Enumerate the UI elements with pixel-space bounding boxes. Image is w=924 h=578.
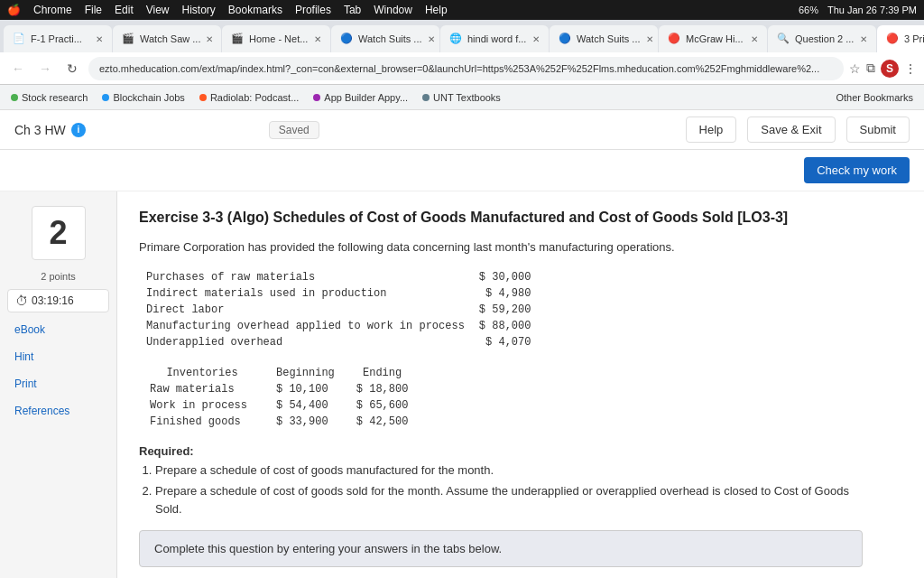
question-number: 2 (32, 206, 86, 260)
tab-mcgraw[interactable]: 🔴 McGraw Hi... ✕ (659, 25, 767, 52)
help-button[interactable]: Help (686, 117, 737, 143)
forward-button[interactable]: → (34, 58, 56, 79)
bookmark-radiolab[interactable]: Radiolab: Podcast... (196, 90, 302, 105)
inventory-section: Inventories Beginning Ending Raw materia… (139, 365, 863, 430)
inv-beginning-0: $ 10,100 (265, 381, 346, 397)
data-row-value-2: $ 59,200 (472, 302, 539, 318)
profile-icon[interactable]: S (881, 60, 899, 78)
data-row-0: Purchases of raw materials$ 30,000 (139, 269, 538, 285)
bookmark-dot-blockchain (102, 94, 109, 101)
tab-close-watchsaw[interactable]: ✕ (206, 34, 213, 44)
save-exit-button[interactable]: Save & Exit (747, 117, 835, 143)
timer-icon: ⏱ (15, 294, 28, 308)
url-bar[interactable]: ezto.mheducation.com/ext/map/index.html?… (88, 57, 844, 80)
chrome-window: 📄 F-1 Practi... ✕ 🎬 Watch Saw ... ✕ 🎬 Ho… (0, 20, 924, 578)
bookmark-dot-appbuilder (313, 94, 320, 101)
sidebar-ebook[interactable]: eBook (7, 320, 109, 340)
tab-question2[interactable]: 🔍 Question 2 ... ✕ (768, 25, 876, 52)
menu-bar: 🍎 Chrome File Edit View History Bookmark… (0, 0, 924, 20)
bookmark-stock[interactable]: Stock research (7, 90, 91, 105)
menu-window[interactable]: Window (374, 4, 412, 16)
tab-home[interactable]: 🎬 Home - Net... ✕ (222, 25, 330, 52)
tab-favicon-watchsuits2: 🔵 (559, 33, 571, 45)
data-row-label-4: Underapplied overhead (139, 334, 472, 350)
inventory-row-2: Finished goods$ 33,900$ 42,500 (139, 414, 419, 430)
menu-help[interactable]: Help (425, 4, 448, 16)
app-title-text: Ch 3 HW (14, 123, 66, 137)
extension-icon[interactable]: ⧉ (866, 61, 875, 76)
data-row-4: Underapplied overhead$ 4,070 (139, 334, 538, 350)
bookmark-unt[interactable]: UNT Textbooks (419, 90, 504, 105)
inventory-row-1: Work in process$ 54,400$ 65,600 (139, 397, 419, 414)
tab-f1[interactable]: 📄 F-1 Practi... ✕ (4, 25, 112, 52)
inv-header-beginning: Beginning (265, 365, 346, 381)
content-inner: Exercise 3-3 (Algo) Schedules of Cost of… (117, 191, 884, 578)
inventory-row-0: Raw materials$ 10,100$ 18,800 (139, 381, 419, 397)
data-row-label-0: Purchases of raw materials (139, 269, 472, 285)
data-row-3: Manufacturing overhead applied to work i… (139, 318, 538, 334)
tab-favicon-mcgraw: 🔴 (668, 33, 680, 45)
sidebar-print[interactable]: Print (7, 374, 109, 394)
menu-edit[interactable]: Edit (115, 4, 134, 16)
bookmark-icon[interactable]: ☆ (849, 61, 861, 76)
required-list: Prepare a schedule of cost of goods manu… (139, 461, 863, 518)
tab-bar: 📄 F-1 Practi... ✕ 🎬 Watch Saw ... ✕ 🎬 Ho… (0, 20, 924, 52)
menu-tab[interactable]: Tab (344, 4, 361, 16)
required-label: Required: (139, 444, 194, 458)
sidebar-references[interactable]: References (7, 401, 109, 421)
inv-label-1: Work in process (139, 397, 265, 414)
tab-close-f1[interactable]: ✕ (96, 34, 103, 44)
bookmark-blockchain[interactable]: Blockchain Jobs (98, 90, 189, 105)
tab-close-mcgraw[interactable]: ✕ (751, 34, 758, 44)
data-row-value-4: $ 4,070 (472, 334, 539, 350)
bookmark-dot-radiolab (199, 94, 207, 101)
menu-bookmarks[interactable]: Bookmarks (228, 4, 282, 16)
inv-beginning-2: $ 33,900 (265, 414, 346, 430)
inv-header-ending: Ending (346, 365, 420, 381)
timer-value: 03:19:16 (32, 294, 74, 307)
exercise-description: Primare Corporation has provided the fol… (139, 238, 863, 256)
tab-hindi[interactable]: 🌐 hindi word f... ✕ (440, 25, 549, 52)
menu-chrome[interactable]: Chrome (33, 4, 72, 16)
submit-button[interactable]: Submit (846, 117, 910, 143)
tab-watchsuits1[interactable]: 🔵 Watch Suits ... ✕ (331, 25, 439, 52)
menu-file[interactable]: File (85, 4, 102, 16)
back-button[interactable]: ← (7, 58, 29, 79)
tab-favicon-hindi: 🌐 (449, 33, 462, 45)
tab-close-question2[interactable]: ✕ (860, 34, 867, 44)
data-row-value-0: $ 30,000 (472, 269, 539, 285)
complete-box: Complete this question by entering your … (139, 530, 863, 567)
bookmarks-bar: Stock research Blockchain Jobs Radiolab:… (0, 85, 924, 110)
tab-favicon-watchsaw: 🎬 (122, 33, 134, 45)
menu-profiles[interactable]: Profiles (295, 4, 331, 16)
saved-badge: Saved (269, 121, 319, 139)
tab-primare[interactable]: 🔴 3 Primare C... ✕ (877, 25, 924, 52)
bookmark-appbuilder[interactable]: App Builder Appy... (310, 90, 411, 105)
timer-box[interactable]: ⏱ 03:19:16 (7, 289, 109, 312)
datetime: Thu Jan 26 7:39 PM (827, 5, 917, 15)
inv-ending-1: $ 65,600 (346, 397, 420, 414)
tab-favicon-primare: 🔴 (886, 33, 899, 45)
tab-close-hindi[interactable]: ✕ (532, 34, 540, 44)
sidebar-hint[interactable]: Hint (7, 347, 109, 367)
info-icon[interactable]: i (71, 123, 86, 137)
menu-view[interactable]: View (146, 4, 170, 16)
tab-watchsuits2[interactable]: 🔵 Watch Suits ... ✕ (550, 25, 658, 52)
data-row-value-3: $ 88,000 (472, 318, 539, 334)
tab-close-watchsuits2[interactable]: ✕ (646, 34, 653, 44)
check-work-button[interactable]: Check my work (804, 157, 910, 183)
menu-dots[interactable]: ⋮ (904, 61, 917, 76)
other-bookmarks[interactable]: Other Bookmarks (832, 90, 917, 105)
reload-button[interactable]: ↻ (61, 58, 83, 79)
tab-close-home[interactable]: ✕ (314, 34, 321, 44)
tab-favicon-f1: 📄 (13, 33, 25, 45)
required-item-1: Prepare a schedule of cost of goods sold… (155, 482, 863, 517)
data-row-1: Indirect materials used in production$ 4… (139, 285, 538, 302)
inv-header-label: Inventories (139, 365, 265, 381)
app-title: Ch 3 HW i (14, 123, 86, 137)
apple-menu[interactable]: 🍎 (7, 4, 21, 16)
tab-watchsaw[interactable]: 🎬 Watch Saw ... ✕ (113, 25, 221, 52)
tab-close-watchsuits1[interactable]: ✕ (428, 34, 435, 44)
bookmark-other[interactable]: Other Bookmarks (832, 90, 917, 105)
menu-history[interactable]: History (182, 4, 216, 16)
